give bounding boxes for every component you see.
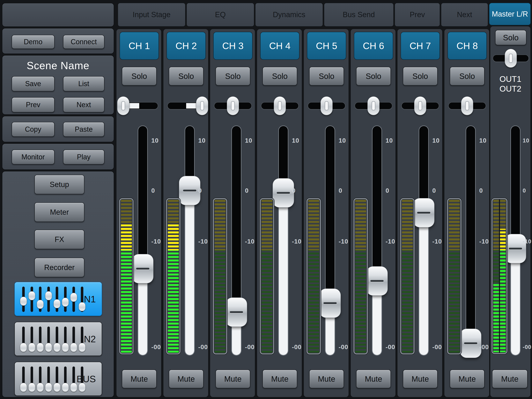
mute-button[interactable]: Mute xyxy=(403,370,437,388)
monitor-panel: Monitor Play xyxy=(2,143,114,170)
fader-track[interactable] xyxy=(419,126,428,355)
pan-slider[interactable] xyxy=(308,97,345,115)
pan-knob[interactable] xyxy=(196,97,208,115)
fader-knob[interactable] xyxy=(366,266,388,296)
fader-scale-label: 0 xyxy=(292,187,296,194)
channel-name-button[interactable]: CH 2 xyxy=(166,32,206,60)
mini-fader-track xyxy=(47,287,50,312)
tab-master-lr[interactable]: Master L/R xyxy=(489,3,531,25)
pan-knob[interactable] xyxy=(461,97,473,115)
scene-save-button[interactable]: Save xyxy=(12,76,55,91)
pan-knob[interactable] xyxy=(274,97,286,115)
pan-slider[interactable] xyxy=(214,97,252,115)
copy-button[interactable]: Copy xyxy=(12,122,55,137)
bank-label: IN2 xyxy=(81,334,96,344)
bank-button-in2[interactable]: IN2 xyxy=(14,322,102,356)
meter-segment-grid xyxy=(402,200,413,353)
setup-button[interactable]: Setup xyxy=(34,175,84,194)
fader-knob[interactable] xyxy=(460,329,481,358)
pan-knob[interactable] xyxy=(414,97,426,115)
solo-button[interactable]: Solo xyxy=(309,67,344,85)
solo-button[interactable]: Solo xyxy=(169,67,203,85)
scene-list-button[interactable]: List xyxy=(63,76,104,91)
mute-button[interactable]: Mute xyxy=(215,370,250,388)
channel-name-button[interactable]: CH 5 xyxy=(307,32,346,60)
channel-name-button[interactable]: CH 1 xyxy=(120,32,159,60)
channel-name-button[interactable]: CH 7 xyxy=(400,32,440,60)
tab-input-stage[interactable]: Input Stage xyxy=(118,3,186,27)
solo-button[interactable]: Solo xyxy=(262,67,297,85)
pan-slider[interactable] xyxy=(493,49,529,68)
logo-panel xyxy=(2,3,114,27)
mute-button[interactable]: Mute xyxy=(262,370,297,388)
mute-button[interactable]: Mute xyxy=(309,370,344,388)
fader-scale-label: 0 xyxy=(386,187,389,194)
fader-track[interactable] xyxy=(326,126,335,355)
pan-slider[interactable] xyxy=(120,97,158,115)
tab-eq[interactable]: EQ xyxy=(186,3,254,27)
pan-slider[interactable] xyxy=(167,97,205,115)
mute-button[interactable]: Mute xyxy=(492,370,527,388)
mute-button[interactable]: Mute xyxy=(169,370,203,388)
pan-knob[interactable] xyxy=(321,97,333,115)
mini-fader-knob xyxy=(37,300,44,309)
tab-prev[interactable]: Prev xyxy=(394,3,440,27)
pan-knob[interactable] xyxy=(117,97,129,115)
fader-track[interactable] xyxy=(279,126,288,355)
tab-bus-send[interactable]: Bus Send xyxy=(324,3,394,27)
fader-knob[interactable] xyxy=(132,254,153,283)
channel-name-button[interactable]: CH 8 xyxy=(448,32,487,60)
fader-track[interactable] xyxy=(185,126,194,355)
mute-button[interactable]: Mute xyxy=(356,370,391,388)
solo-button[interactable]: Solo xyxy=(215,67,250,85)
recorder-button[interactable]: Recorder xyxy=(34,258,84,277)
solo-button[interactable]: Solo xyxy=(403,67,437,85)
monitor-button[interactable]: Monitor xyxy=(12,150,55,164)
mute-button[interactable]: Mute xyxy=(122,370,157,388)
fader-knob[interactable] xyxy=(319,289,341,318)
connect-button[interactable]: Connect xyxy=(63,35,104,49)
fader-knob[interactable] xyxy=(273,178,294,207)
mini-fader-knob xyxy=(20,383,27,392)
demo-button[interactable]: Demo xyxy=(12,35,55,49)
fader-knob[interactable] xyxy=(226,297,247,327)
pan-slider[interactable] xyxy=(448,97,486,115)
fader-knob[interactable] xyxy=(413,198,434,227)
mini-fader-knob xyxy=(20,297,27,306)
meter-button[interactable]: Meter xyxy=(34,202,84,222)
fader-track[interactable] xyxy=(373,126,381,355)
fader-scale-label: 0 xyxy=(151,187,155,194)
play-button[interactable]: Play xyxy=(63,150,104,164)
fader-scale-label: 10 xyxy=(245,137,252,144)
mute-button[interactable]: Mute xyxy=(450,370,484,388)
channel-strip: CH 4 Solo 100-10-00 Mute xyxy=(257,29,302,398)
scene-next-button[interactable]: Next xyxy=(63,97,104,112)
channel-name-button[interactable]: CH 3 xyxy=(213,32,253,60)
fader-scale-label: -00 xyxy=(245,343,254,350)
mini-fader-knob xyxy=(28,383,35,392)
tab-dynamics[interactable]: Dynamics xyxy=(255,3,323,27)
solo-button[interactable]: Solo xyxy=(122,67,157,85)
fader-track[interactable] xyxy=(138,126,147,355)
pan-slider[interactable] xyxy=(261,97,299,115)
paste-button[interactable]: Paste xyxy=(63,122,104,137)
solo-button[interactable]: Solo xyxy=(356,67,391,85)
bank-button-bus[interactable]: BUS xyxy=(14,362,102,396)
tab-next[interactable]: Next xyxy=(441,3,488,27)
fx-button[interactable]: FX xyxy=(34,230,84,249)
channel-name-button[interactable]: CH 4 xyxy=(260,32,299,60)
solo-button[interactable]: Solo xyxy=(450,67,484,85)
bank-button-in1[interactable]: IN1 xyxy=(14,282,102,316)
scene-prev-button[interactable]: Prev xyxy=(12,97,55,112)
fader-scale-label: -10 xyxy=(523,238,532,245)
pan-knob[interactable] xyxy=(505,49,517,68)
pan-slider[interactable] xyxy=(355,97,392,115)
channel-name-button[interactable]: CH 6 xyxy=(354,32,393,60)
fader-knob[interactable] xyxy=(179,176,200,205)
fader-track[interactable] xyxy=(466,126,475,355)
solo-button[interactable]: Solo xyxy=(495,30,526,45)
pan-knob[interactable] xyxy=(367,97,380,115)
mini-fader-knob xyxy=(70,343,77,352)
pan-slider[interactable] xyxy=(401,97,439,115)
pan-knob[interactable] xyxy=(227,97,239,115)
